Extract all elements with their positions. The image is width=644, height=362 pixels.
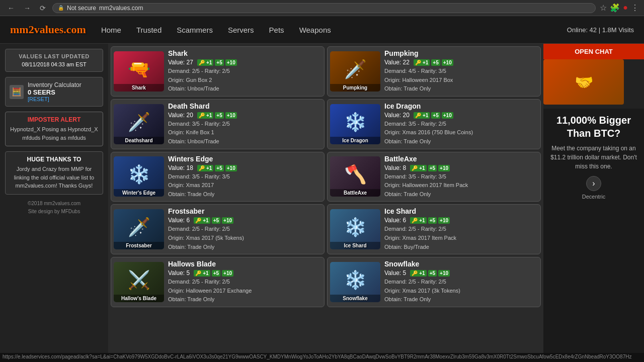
weapon-value: Value: 20 🔑 +1 +5 +10 — [168, 112, 321, 119]
secure-label: Not secure — [67, 5, 96, 12]
browser-bar: ← → ⟳ 🔒 Not secure mm2values.com ☆ 🧩 ● ⋮ — [0, 0, 644, 16]
weapon-image-label: Frostsaber — [114, 242, 164, 249]
reset-link[interactable]: [RESET] — [28, 96, 82, 102]
footer: ©2018 mm2values.com Site design by MFDub… — [5, 200, 103, 216]
weapon-image-label: BattleAxe — [330, 189, 380, 197]
weapon-info: Death Shard Value: 20 🔑 +1 +5 +10 Demand… — [168, 102, 321, 146]
weapon-demand: Demand: 4/5 - Rarity: 3/5 — [384, 67, 538, 76]
weapon-image: 🔫 Shark — [114, 51, 164, 92]
content-area[interactable]: 🔫 Shark Shark Value: 27 🔑 +1 +5 +10 Dema… — [108, 44, 543, 353]
weapon-info: Ice Dragon Value: 20 🔑 +1 +5 +10 Demand:… — [384, 102, 538, 146]
weapon-info: Frostsaber Value: 6 🔑 +1 +5 +10 Demand: … — [168, 207, 321, 251]
weapon-value: Value: 22 🔑 +1 +5 +10 — [384, 59, 538, 66]
weapon-image-label: Deathshard — [114, 137, 164, 144]
weapon-demand: Demand: 3/5 - Rarity: 2/5 — [384, 120, 538, 129]
badge-plus5: +5 — [428, 270, 437, 277]
weapon-name: Ice Shard — [384, 207, 538, 215]
weapon-obtain: Obtain: Trade Only — [168, 295, 321, 304]
badge-plus10: +10 — [438, 270, 450, 277]
weapon-card[interactable]: ❄️ Ice Dragon Ice Dragon Value: 20 🔑 +1 … — [327, 99, 541, 149]
weapon-card[interactable]: ⚔️ Hallow's Blade Hallows Blade Value: 5… — [111, 257, 325, 307]
weapon-demand: Demand: 2/5 - Rarity: 2/5 — [168, 67, 321, 76]
weapon-card[interactable]: 🗡️ Deathshard Death Shard Value: 20 🔑 +1… — [111, 99, 325, 149]
back-button[interactable]: ← — [5, 3, 17, 13]
weapon-origin: Origin: Halloween 2017 Box — [384, 76, 538, 85]
bookmark-icon[interactable]: ☆ — [600, 3, 607, 13]
weapon-icon: ⚔️ — [128, 269, 150, 291]
weapon-name: Death Shard — [168, 102, 321, 110]
badge-seers: 🔑 +1 — [414, 59, 430, 66]
badge-plus10: +10 — [225, 165, 237, 171]
menu-icon[interactable]: ⋮ — [631, 3, 639, 13]
values-update-date: 08/11/2018 04:33 am EST — [10, 61, 99, 67]
url-text: mm2values.com — [99, 5, 143, 12]
ad-next-button[interactable]: › — [586, 176, 601, 191]
weapon-card[interactable]: 🔫 Shark Shark Value: 27 🔑 +1 +5 +10 Dema… — [111, 46, 325, 97]
nav-servers[interactable]: Servers — [228, 26, 254, 34]
badge-plus5: +5 — [428, 165, 437, 171]
open-chat-button[interactable]: OPEN CHAT — [543, 44, 644, 59]
weapon-origin: Origin: Halloween 2017 Exchange — [168, 287, 321, 296]
weapon-image: 🪓 BattleAxe — [330, 156, 380, 197]
weapon-image: ❄️ Ice Dragon — [330, 104, 380, 144]
badge-plus10: +10 — [442, 59, 453, 66]
thanks-box: HUGE THANKS TO Jordy and Crazy from MMP … — [5, 151, 103, 195]
weapon-card[interactable]: ❄️ Snowflake Snowflake Value: 5 🔑 +1 +5 … — [327, 257, 541, 307]
weapon-card[interactable]: 🗡️ Pumpking Pumpking Value: 22 🔑 +1 +5 +… — [327, 46, 541, 97]
weapon-obtain: Obtain: Trade Only — [384, 84, 538, 94]
imposter-alert-box: IMPOSTER ALERT Hypnotzd_X Posing as Hypn… — [5, 112, 103, 146]
weapon-card[interactable]: 🗡️ Frostsaber Frostsaber Value: 6 🔑 +1 +… — [111, 204, 325, 254]
weapon-icon: ❄️ — [344, 217, 367, 238]
nav-trusted[interactable]: Trusted — [136, 26, 162, 34]
weapon-card[interactable]: 🪓 BattleAxe BattleAxe Value: 8 🔑 +1 +5 +… — [327, 152, 541, 202]
footer-design: Site design by MFDubs — [5, 208, 103, 216]
nav-home[interactable]: Home — [101, 26, 121, 34]
badge-plus5: +5 — [215, 165, 223, 171]
weapon-name: Winters Edge — [168, 155, 321, 163]
status-text: https://e.leadservices.com/pagead/aclk?s… — [3, 354, 631, 359]
weapon-image: ❄️ Snowflake — [330, 262, 380, 302]
weapon-image: ❄️ Ice Shard — [330, 209, 380, 249]
weapon-origin: Origin: Gun Box 2 — [168, 76, 321, 85]
ad-box: 11,000% Bigger Than BTC? Meet the compan… — [543, 109, 644, 353]
badge-plus10: +10 — [438, 217, 450, 224]
weapon-info: Shark Value: 27 🔑 +1 +5 +10 Demand: 2/5 … — [168, 49, 321, 94]
badge-plus10: +10 — [438, 165, 450, 171]
weapon-value: Value: 6 🔑 +1 +5 +10 — [384, 217, 538, 224]
url-bar[interactable]: 🔒 Not secure mm2values.com — [52, 3, 596, 13]
nav-pets[interactable]: Pets — [269, 26, 284, 34]
weapon-image: 🗡️ Pumpking — [330, 51, 380, 92]
badge-plus5: +5 — [431, 112, 440, 119]
weapon-origin: Origin: Knife Box 1 — [168, 128, 321, 137]
weapon-card[interactable]: ❄️ Ice Shard Ice Shard Value: 6 🔑 +1 +5 … — [327, 204, 541, 254]
forward-button[interactable]: → — [21, 3, 33, 13]
weapon-name: BattleAxe — [384, 155, 538, 163]
account-icon[interactable]: ● — [623, 3, 628, 13]
weapon-image: 🗡️ Frostsaber — [114, 209, 164, 249]
weapon-obtain: Obtain: Trade Only — [168, 190, 321, 199]
weapon-icon: ❄️ — [128, 164, 150, 185]
weapon-name: Snowflake — [384, 260, 538, 268]
weapon-name: Frostsaber — [168, 207, 321, 215]
weapon-image: 🗡️ Deathshard — [114, 104, 164, 144]
refresh-button[interactable]: ⟳ — [37, 3, 48, 13]
left-sidebar: VALUES LAST UPDATED 08/11/2018 04:33 am … — [0, 44, 108, 353]
weapon-info: Ice Shard Value: 6 🔑 +1 +5 +10 Demand: 2… — [384, 207, 538, 251]
site-logo[interactable]: mm2values.com — [10, 23, 86, 36]
weapon-grid: 🔫 Shark Shark Value: 27 🔑 +1 +5 +10 Dema… — [111, 46, 541, 307]
badge-plus5: +5 — [212, 217, 220, 224]
nav-scammers[interactable]: Scammers — [177, 26, 213, 34]
extension-icon[interactable]: 🧩 — [610, 3, 620, 13]
weapon-demand: Demand: 3/5 - Rarity: 3/5 — [384, 172, 538, 182]
nav-weapons[interactable]: Weapons — [299, 26, 331, 34]
weapon-obtain: Obtain: Trade Only — [384, 190, 538, 199]
badge-plus10: +10 — [442, 112, 453, 119]
weapon-value: Value: 5 🔑 +1 +5 +10 — [168, 269, 321, 277]
weapon-card[interactable]: ❄️ Winter's Edge Winters Edge Value: 18 … — [111, 152, 325, 202]
weapon-obtain: Obtain: Trade Only — [384, 137, 538, 146]
badge-plus10: +10 — [225, 59, 237, 66]
imposter-text: Hypnotzd_X Posing as Hypnotzd_Xmfduds Po… — [10, 125, 99, 142]
inventory-calc-box[interactable]: 🧮 Inventory Calculator 0 SEERS [RESET] — [5, 77, 103, 107]
weapon-origin: Origin: Xmas 2017 (3k Tokens) — [384, 287, 538, 296]
calc-label: Inventory Calculator — [28, 81, 82, 88]
